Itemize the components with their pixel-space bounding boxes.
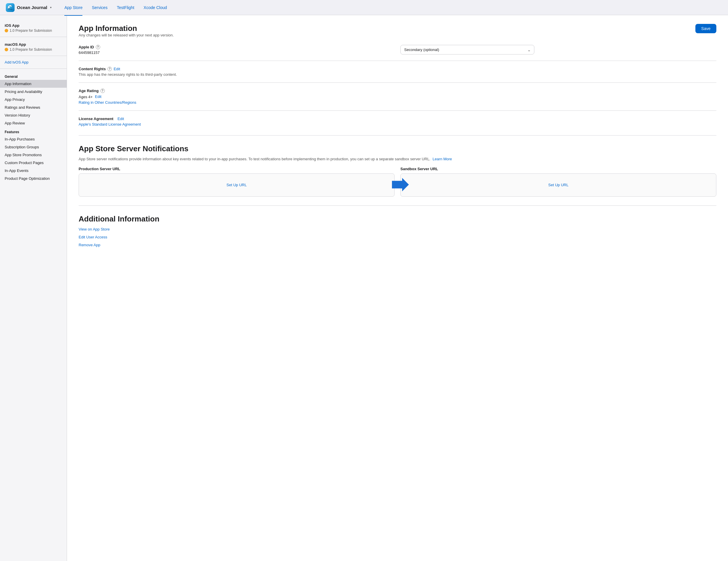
form-divider-2 [79, 82, 716, 83]
age-rating-row: Age Rating ? Ages 4+ Edit Rating in Othe… [79, 89, 716, 105]
content-rights-edit-link[interactable]: Edit [114, 67, 120, 71]
content-rights-field: Content Rights ? Edit This app has the n… [79, 67, 716, 77]
macos-platform-status: 1.0 Prepare for Submission [10, 47, 52, 52]
server-url-grid: Production Server URL Set Up URL Sandbox… [79, 167, 716, 197]
app-brand[interactable]: 🌊 Ocean Journal ▾ [6, 3, 52, 12]
tab-xcode-cloud[interactable]: Xcode Cloud [139, 3, 171, 12]
tab-services[interactable]: Services [88, 3, 112, 12]
sidebar-item-subscription-groups[interactable]: Subscription Groups [0, 143, 67, 151]
sidebar-item-in-app-events[interactable]: In-App Events [0, 167, 67, 174]
secondary-category-wrapper: Secondary (optional) [400, 45, 534, 54]
sidebar-item-app-store-promotions[interactable]: App Store Promotions [0, 151, 67, 159]
edit-user-access-link[interactable]: Edit User Access [79, 235, 716, 239]
sidebar-item-custom-product-pages[interactable]: Custom Product Pages [0, 159, 67, 167]
top-nav: 🌊 Ocean Journal ▾ App Store Services Tes… [0, 0, 728, 15]
app-info-subtitle: Any changes will be released with your n… [79, 33, 174, 37]
app-name-label: Ocean Journal [17, 5, 47, 10]
additional-information-section: Additional Information View on App Store… [79, 214, 716, 247]
content-rights-label: Content Rights ? Edit [79, 67, 716, 71]
apple-id-help-icon[interactable]: ? [96, 45, 100, 49]
ios-platform-section: iOS App 1.0 Prepare for Submission [0, 21, 67, 34]
license-agreement-row: License Agreement Edit Apple's Standard … [79, 117, 716, 126]
production-server-col: Production Server URL Set Up URL [79, 167, 395, 197]
sidebar-item-app-information[interactable]: App Information [0, 80, 67, 88]
license-agreement-label: License Agreement Edit [79, 117, 716, 121]
secondary-category-select[interactable]: Secondary (optional) [400, 45, 534, 54]
features-group-title: Features [0, 127, 67, 135]
sandbox-server-box: Set Up URL [400, 173, 716, 197]
sandbox-arrow-icon [392, 177, 409, 193]
general-group-title: General [0, 72, 67, 80]
production-server-label: Production Server URL [79, 167, 395, 171]
tab-app-store[interactable]: App Store [60, 3, 86, 12]
apple-id-label: Apple ID ? [79, 45, 395, 49]
sidebar-item-app-privacy[interactable]: App Privacy [0, 96, 67, 103]
server-notifications-section: App Store Server Notifications App Store… [79, 144, 716, 197]
secondary-category-field: Secondary (optional) [400, 45, 716, 54]
app-information-section: App Information Any changes will be rele… [79, 24, 716, 126]
age-rating-field: Age Rating ? Ages 4+ Edit Rating in Othe… [79, 89, 716, 105]
age-rating-edit-link[interactable]: Edit [95, 94, 101, 99]
production-server-box: Set Up URL [79, 173, 395, 197]
ios-warning-dot [5, 29, 8, 32]
app-info-header-left: App Information Any changes will be rele… [79, 24, 174, 43]
apple-id-row: Apple ID ? 6445981157 Secondary (optiona… [79, 45, 716, 55]
production-setup-url-link[interactable]: Set Up URL [227, 183, 247, 187]
nav-tabs: App Store Services TestFlight Xcode Clou… [60, 3, 171, 12]
sidebar-divider-1 [0, 37, 67, 37]
sandbox-server-col: Sandbox Server URL Set Up URL [400, 167, 716, 197]
sandbox-setup-url-link[interactable]: Set Up URL [548, 183, 568, 187]
age-rating-regions-link[interactable]: Rating in Other Countries/Regions [79, 100, 716, 105]
sandbox-server-label: Sandbox Server URL [400, 167, 716, 171]
svg-marker-0 [392, 178, 409, 191]
sidebar-item-app-review[interactable]: App Review [0, 119, 67, 127]
view-on-app-store-link[interactable]: View on App Store [79, 227, 716, 231]
save-button[interactable]: Save [695, 24, 716, 33]
sidebar-item-ratings-reviews[interactable]: Ratings and Reviews [0, 103, 67, 111]
sidebar-divider-3 [0, 68, 67, 69]
age-rating-help-icon[interactable]: ? [100, 89, 105, 93]
sidebar: iOS App 1.0 Prepare for Submission macOS… [0, 15, 67, 561]
app-info-title: App Information [79, 24, 174, 33]
add-tvos-link[interactable]: Add tvOS App [0, 59, 67, 66]
server-notifications-description: App Store server notifications provide i… [79, 156, 716, 162]
macos-warning-dot [5, 48, 8, 51]
apple-id-field: Apple ID ? 6445981157 [79, 45, 395, 55]
macos-platform-section: macOS App 1.0 Prepare for Submission [0, 40, 67, 53]
app-dropdown-arrow: ▾ [50, 6, 52, 9]
layout: iOS App 1.0 Prepare for Submission macOS… [0, 15, 728, 561]
server-learn-more-link[interactable]: Learn More [433, 157, 452, 161]
content-rights-row: Content Rights ? Edit This app has the n… [79, 67, 716, 77]
age-rating-label: Age Rating ? [79, 89, 716, 93]
ios-platform-sub: 1.0 Prepare for Submission [5, 29, 62, 33]
macos-platform-title: macOS App [5, 42, 62, 47]
license-agreement-edit-link[interactable]: Edit [117, 117, 124, 121]
app-info-header: App Information Any changes will be rele… [79, 24, 716, 43]
ios-platform-status: 1.0 Prepare for Submission [10, 29, 52, 33]
sidebar-item-pricing-availability[interactable]: Pricing and Availability [0, 88, 67, 96]
macos-platform-sub: 1.0 Prepare for Submission [5, 47, 62, 52]
additional-information-title: Additional Information [79, 214, 716, 223]
sidebar-item-version-history[interactable]: Version History [0, 111, 67, 119]
server-notifications-title: App Store Server Notifications [79, 144, 716, 153]
app-icon: 🌊 [6, 3, 15, 12]
server-notifications-divider [79, 135, 716, 135]
form-divider-3 [79, 110, 716, 111]
license-agreement-field: License Agreement Edit Apple's Standard … [79, 117, 716, 126]
sidebar-divider-2 [0, 56, 67, 56]
main-content: App Information Any changes will be rele… [67, 15, 728, 561]
apple-id-value: 6445981157 [79, 50, 395, 55]
age-rating-value-row: Ages 4+ Edit [79, 94, 716, 99]
sidebar-item-in-app-purchases[interactable]: In-App Purchases [0, 135, 67, 143]
additional-info-divider [79, 205, 716, 206]
remove-app-link[interactable]: Remove App [79, 243, 716, 247]
additional-links-list: View on App Store Edit User Access Remov… [79, 226, 716, 247]
tab-testflight[interactable]: TestFlight [113, 3, 138, 12]
license-agreement-standard-link[interactable]: Apple's Standard License Agreement [79, 122, 716, 126]
form-divider-1 [79, 61, 716, 61]
age-rating-value: Ages 4+ [79, 95, 93, 99]
content-rights-help-icon[interactable]: ? [107, 67, 112, 71]
ios-platform-title: iOS App [5, 23, 62, 28]
content-rights-description: This app has the necessary rights to its… [79, 72, 716, 77]
sidebar-item-product-page-optimization[interactable]: Product Page Optimization [0, 174, 67, 182]
